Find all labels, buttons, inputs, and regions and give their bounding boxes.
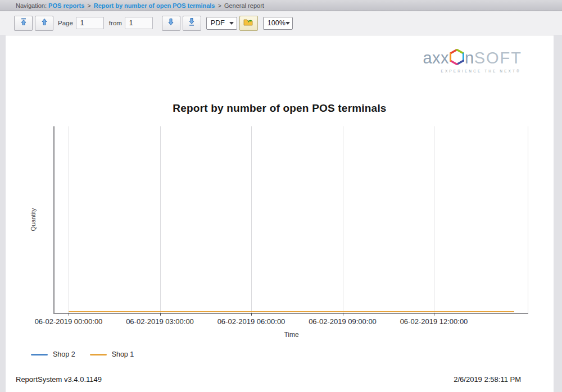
legend-item-shop1: Shop 1: [90, 350, 134, 358]
report-datetime: 2/6/2019 2:58:11 PM: [454, 375, 521, 384]
x-tick: [251, 313, 252, 316]
breadcrumb-prefix: Navigation:: [16, 2, 48, 9]
x-axis-title: Time: [284, 331, 298, 339]
y-axis-title: Quantity: [30, 208, 37, 231]
arrow-up-to-bar-icon: [20, 18, 28, 28]
last-page-button[interactable]: [183, 16, 201, 31]
pages-total-input[interactable]: [125, 17, 153, 29]
next-page-button[interactable]: [162, 16, 180, 31]
gridline: [69, 126, 69, 313]
arrow-up-icon: [40, 18, 48, 28]
page-label: Page: [58, 20, 73, 26]
zoom-select[interactable]: 100%: [263, 17, 293, 30]
x-tick-label: 06-02-2019 03:00:00: [110, 317, 211, 326]
gridline: [528, 126, 528, 313]
export-button[interactable]: [239, 16, 258, 31]
x-tick: [69, 313, 69, 316]
logo-text-end: n: [465, 50, 474, 66]
x-tick-label: 06-02-2019 12:00:00: [383, 317, 484, 326]
gridline: [160, 126, 161, 313]
x-tick: [434, 313, 434, 316]
page-number-input[interactable]: [76, 17, 104, 29]
breadcrumb-link-report[interactable]: Report by number of open POS terminals: [94, 2, 215, 9]
arrow-down-to-bar-icon: [188, 18, 196, 28]
logo-text-start: axx: [423, 50, 449, 66]
gridline: [343, 126, 343, 313]
x-tick: [343, 313, 343, 316]
logo-text-suffix: SOFT: [474, 50, 522, 66]
x-tick-label: 06-02-2019 06:00:00: [201, 317, 302, 326]
report-title: Report by number of open POS terminals: [6, 102, 554, 115]
legend-swatch: [90, 354, 107, 355]
gridline: [251, 126, 252, 313]
arrow-down-icon: [167, 18, 175, 28]
chart-plot: Quantity Time 06-02-2019 00:00:0006-02-2…: [53, 126, 528, 314]
export-format-value: PDF: [211, 19, 225, 27]
x-tick-label: 06-02-2019 00:00:00: [18, 317, 119, 326]
chevron-down-icon: [229, 22, 234, 25]
series-line-shop-1: [69, 311, 514, 312]
breadcrumb-separator: >: [215, 2, 224, 9]
legend-item-shop2: Shop 2: [31, 350, 75, 358]
breadcrumb: Navigation: POS reports > Report by numb…: [0, 0, 562, 11]
report-page: axx n SOFT EXPERIENCE THE NEXT® Report b…: [6, 35, 554, 392]
zoom-value: 100%: [268, 19, 285, 27]
x-tick-label: 06-02-2019 09:00:00: [292, 317, 393, 326]
report-version: ReportSystem v3.4.0.1149: [16, 375, 102, 384]
report-footer: ReportSystem v3.4.0.1149 2/6/2019 2:58:1…: [16, 375, 521, 384]
export-format-select[interactable]: PDF: [206, 17, 237, 30]
gridline: [434, 126, 434, 313]
axxonsoft-logo: axx n SOFT EXPERIENCE THE NEXT®: [410, 49, 522, 73]
logo-tagline: EXPERIENCE THE NEXT®: [410, 69, 522, 73]
legend-swatch: [31, 354, 48, 355]
chevron-down-icon: [285, 22, 290, 25]
from-label: from: [109, 20, 122, 26]
breadcrumb-separator: >: [84, 2, 93, 9]
export-folder-icon: [243, 18, 253, 28]
chart-legend: Shop 2 Shop 1: [31, 350, 148, 358]
toolbar: Page from PDF 100: [0, 11, 562, 35]
x-tick: [160, 313, 161, 316]
legend-label: Shop 1: [112, 350, 134, 358]
prev-page-button[interactable]: [35, 16, 53, 31]
hexagon-logo-icon: [450, 49, 464, 67]
first-page-button[interactable]: [14, 16, 33, 31]
breadcrumb-link-pos-reports[interactable]: POS reports: [48, 2, 84, 9]
legend-label: Shop 2: [53, 350, 75, 358]
breadcrumb-current: General report: [224, 2, 264, 9]
